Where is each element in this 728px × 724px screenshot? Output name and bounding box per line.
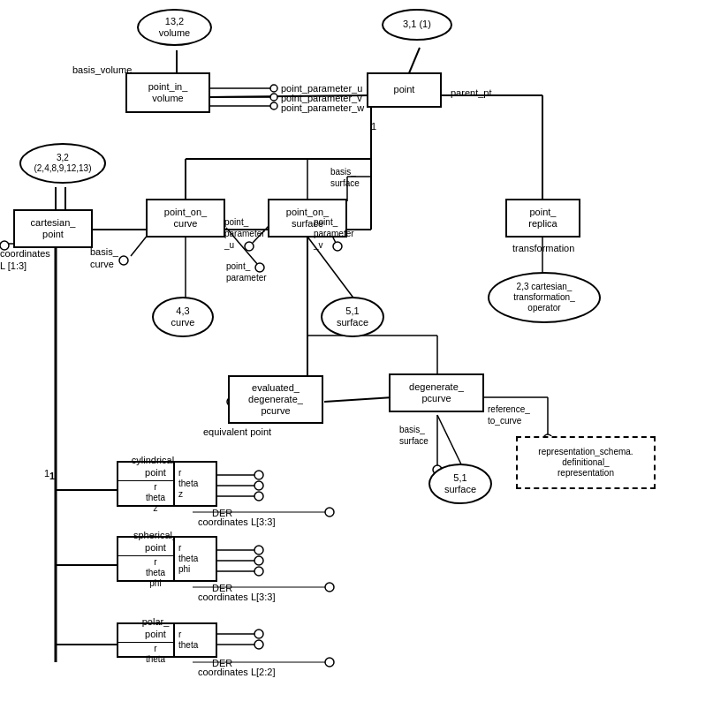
svg-point-56 — [254, 471, 263, 479]
point-parameter-v2-label: point_ parameter _v — [314, 216, 354, 251]
spherical-coord-label: coordinates L[3:3] — [198, 591, 275, 603]
point-on-curve-box: point_on_ curve — [146, 199, 225, 238]
rep-schema-box: representation_schema. definitional_ rep… — [516, 436, 656, 489]
equivalent-point-label: equivalent point — [203, 426, 271, 438]
transformation-label: transformation — [512, 242, 574, 254]
cartesian-point-box: cartesian_ point — [13, 209, 93, 248]
cartesian-ellipse: 3,2 (2,4,8,9,12,13) — [19, 143, 106, 184]
coordinates-label: coordinates L [1:3] — [0, 247, 50, 273]
basis-surface-label: basis_ surface — [330, 166, 360, 189]
point-param-w-label: point_parameter_w — [281, 102, 364, 114]
svg-line-40 — [324, 397, 393, 402]
point-replica-box: point_ replica — [505, 199, 580, 238]
ct-operator-ellipse: 2,3 cartesian_ transformation_ operator — [488, 272, 601, 323]
svg-point-25 — [119, 256, 128, 265]
svg-point-72 — [325, 508, 334, 517]
svg-point-68 — [254, 630, 263, 638]
point-in-volume-box: point_in_ volume — [125, 72, 210, 113]
svg-point-60 — [254, 492, 263, 501]
basis-volume-label: basis_volume — [72, 64, 132, 76]
polar-coord-label: coordinates L[2:2] — [198, 666, 275, 678]
point-parameter-u2-label: point_ parameter _u — [224, 216, 265, 251]
svg-line-44 — [437, 415, 463, 468]
svg-point-66 — [254, 567, 263, 576]
cylindrical-coord-label: coordinates L[3:3] — [198, 516, 275, 528]
polar-fields-box: r theta — [173, 622, 217, 658]
one-label: 1 — [49, 470, 55, 482]
svg-point-64 — [254, 556, 263, 565]
svg-point-58 — [254, 481, 263, 490]
basis-surface2-label: basis_ surface — [399, 424, 428, 447]
evaluated-deg-box: evaluated_ degenerate_ pcurve — [228, 375, 323, 424]
svg-point-62 — [254, 546, 263, 554]
point-box: point — [367, 72, 442, 108]
degenerate-pcurve-box: degenerate_ pcurve — [389, 373, 484, 412]
parent-pt-label: parent_pt — [451, 87, 491, 99]
cylindrical-fields-box: r theta z — [173, 461, 217, 507]
diagram: 1 — [0, 0, 728, 724]
svg-point-19 — [270, 85, 277, 92]
spherical-fields-box: r theta phi — [173, 536, 217, 582]
svg-point-74 — [325, 583, 334, 592]
surface-ellipse: 5,1 surface — [321, 297, 384, 337]
svg-point-21 — [270, 102, 277, 109]
svg-point-20 — [270, 94, 277, 101]
point-parameter-label: point_ parameter — [226, 260, 267, 283]
svg-text:1: 1 — [371, 121, 376, 132]
surface-ellipse2: 5,1 surface — [428, 464, 492, 504]
basis-curve-label: basis_ curve — [90, 245, 118, 271]
point-ellipse: 3,1 (1) — [382, 9, 452, 41]
reference-to-curve-label: reference_ to_curve — [488, 403, 530, 426]
svg-point-70 — [254, 640, 263, 649]
volume-ellipse: 13,2 volume — [137, 9, 212, 46]
curve-ellipse: 4,3 curve — [152, 297, 214, 337]
svg-point-76 — [325, 658, 334, 667]
